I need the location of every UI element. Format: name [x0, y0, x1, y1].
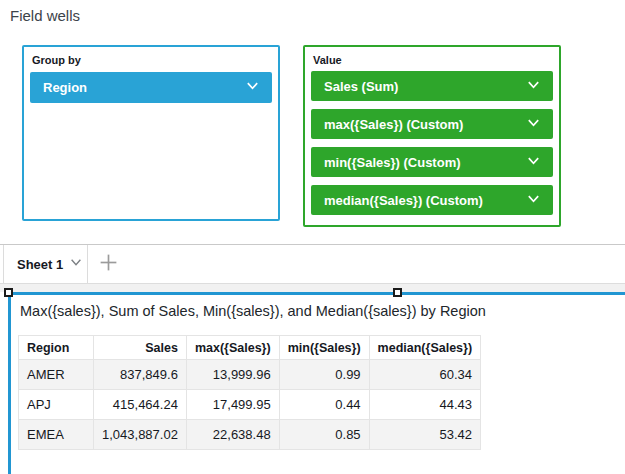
- value-cell: 53.42: [369, 420, 480, 450]
- chevron-down-icon[interactable]: [526, 115, 541, 134]
- region-cell: APJ: [19, 390, 94, 420]
- value-field-well[interactable]: Value Sales (Sum)max({Sales}) (Custom)mi…: [303, 45, 561, 227]
- value-cell: 13,999.96: [186, 360, 279, 390]
- column-header[interactable]: min({Sales}): [279, 336, 369, 360]
- plus-icon: [98, 252, 119, 277]
- value-cell: 1,043,887.02: [94, 420, 187, 450]
- group-by-field-well[interactable]: Group by Region: [22, 45, 280, 221]
- value-cell: 17,499.95: [186, 390, 279, 420]
- resize-handle-top-center[interactable]: [393, 288, 402, 297]
- column-header[interactable]: median({Sales}): [369, 336, 480, 360]
- value-field-pill[interactable]: min({Sales}) (Custom): [311, 147, 553, 177]
- sheet-tab[interactable]: Sheet 1: [3, 245, 88, 283]
- value-label: Value: [313, 54, 342, 66]
- sheet-canvas: [0, 283, 625, 292]
- table-header-row: RegionSalesmax({Sales})min({Sales})media…: [19, 336, 481, 360]
- table-row: APJ415,464.2417,499.950.4444.43: [19, 390, 481, 420]
- value-cell: 0.85: [279, 420, 369, 450]
- pill-label: Sales (Sum): [324, 79, 526, 94]
- resize-handle-top-left[interactable]: [4, 288, 13, 297]
- sheet-tab-bar: Sheet 1: [0, 245, 625, 283]
- region-cell: EMEA: [19, 420, 94, 450]
- group-by-label: Group by: [32, 54, 81, 66]
- visual-selection-border-left: [8, 292, 11, 474]
- chevron-down-icon[interactable]: [245, 78, 260, 97]
- chevron-down-icon[interactable]: [526, 77, 541, 96]
- region-cell: AMER: [19, 360, 94, 390]
- group-by-field-pill[interactable]: Region: [30, 72, 272, 103]
- column-header[interactable]: Region: [19, 336, 94, 360]
- field-wells-title: Field wells: [10, 7, 80, 24]
- chevron-down-icon[interactable]: [526, 153, 541, 172]
- pill-label: min({Sales}) (Custom): [324, 155, 526, 170]
- quicksight-analysis-view: Field wells Group by Region Value Sales …: [0, 0, 625, 474]
- data-table: RegionSalesmax({Sales})min({Sales})media…: [18, 335, 481, 450]
- table-row: EMEA1,043,887.0222,638.480.8553.42: [19, 420, 481, 450]
- value-cell: 415,464.24: [94, 390, 187, 420]
- visual-title: Max({sales}), Sum of Sales, Min({sales})…: [20, 303, 486, 319]
- value-field-pill[interactable]: max({Sales}) (Custom): [311, 109, 553, 139]
- chevron-down-icon[interactable]: [526, 191, 541, 210]
- column-header[interactable]: Sales: [94, 336, 187, 360]
- pill-label: Region: [43, 80, 245, 95]
- value-cell: 837,849.6: [94, 360, 187, 390]
- table-row: AMER837,849.613,999.960.9960.34: [19, 360, 481, 390]
- sheet-tab-label: Sheet 1: [17, 257, 63, 272]
- add-sheet-button[interactable]: [95, 245, 121, 283]
- value-cell: 60.34: [369, 360, 480, 390]
- value-cell: 44.43: [369, 390, 480, 420]
- value-cell: 0.99: [279, 360, 369, 390]
- value-cell: 0.44: [279, 390, 369, 420]
- chevron-down-icon[interactable]: [69, 255, 83, 273]
- column-header[interactable]: max({Sales}): [186, 336, 279, 360]
- value-field-pill[interactable]: Sales (Sum): [311, 71, 553, 101]
- value-cell: 22,638.48: [186, 420, 279, 450]
- visual-selection-border-top: [8, 292, 625, 295]
- value-field-pill[interactable]: median({Sales}) (Custom): [311, 185, 553, 215]
- pill-label: max({Sales}) (Custom): [324, 117, 526, 132]
- pill-label: median({Sales}) (Custom): [324, 193, 526, 208]
